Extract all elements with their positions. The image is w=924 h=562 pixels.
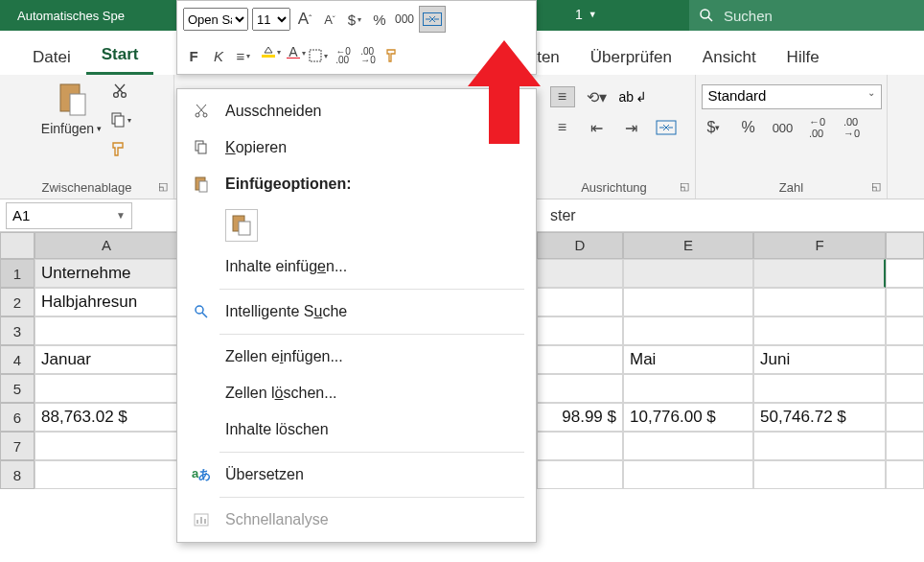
cell[interactable]	[537, 460, 623, 489]
cell[interactable]	[886, 432, 924, 460]
currency-button[interactable]: $▾	[344, 8, 365, 31]
format-painter-button[interactable]	[382, 44, 404, 67]
col-header-f[interactable]: F	[753, 232, 886, 259]
increase-decimal-button[interactable]: ←0.00	[805, 117, 830, 138]
cell[interactable]	[623, 316, 753, 345]
cm-paste-special[interactable]: Inhalte einfügen...	[177, 248, 536, 285]
percent-button[interactable]: %	[369, 8, 390, 31]
comma-button[interactable]: 000	[771, 117, 796, 138]
increase-font-button[interactable]: Aˆ	[294, 8, 315, 31]
col-header-a[interactable]: A	[35, 232, 178, 259]
cell[interactable]	[753, 288, 886, 316]
row-header[interactable]: 3	[0, 316, 35, 345]
italic-button[interactable]: K	[208, 44, 229, 67]
cell[interactable]	[886, 259, 924, 288]
cell[interactable]	[886, 403, 924, 432]
cell[interactable]	[537, 345, 623, 374]
cell[interactable]	[753, 374, 886, 403]
cell[interactable]	[753, 259, 886, 288]
cell[interactable]	[886, 288, 924, 316]
cell[interactable]	[623, 432, 753, 460]
copy-button[interactable]: ▾	[107, 109, 132, 130]
select-all-corner[interactable]	[0, 232, 35, 259]
decrease-decimal-button[interactable]: .00→0	[840, 117, 865, 138]
cell[interactable]	[753, 432, 886, 460]
wrap-text-button[interactable]: ab↲	[619, 86, 648, 107]
number-format-select[interactable]: Standard ⌄	[702, 84, 882, 109]
borders-button[interactable]: ▾	[308, 44, 329, 67]
cell[interactable]	[537, 374, 623, 403]
row-header[interactable]: 7	[0, 432, 35, 460]
name-box[interactable]: A1 ▼	[6, 202, 132, 229]
cell[interactable]: 98.99 $	[537, 403, 623, 432]
font-size-select[interactable]: 11	[252, 8, 290, 31]
cell[interactable]	[537, 432, 623, 460]
cm-translate[interactable]: aあ Übersetzen	[177, 457, 536, 493]
cm-paste-option-default[interactable]	[177, 202, 536, 248]
font-color-button[interactable]: A▾	[283, 44, 304, 67]
cell[interactable]: 50,746.72 $	[753, 403, 886, 432]
cell[interactable]	[623, 288, 753, 316]
cell[interactable]	[886, 345, 924, 374]
merge-cells-button[interactable]	[419, 6, 446, 33]
comma-button[interactable]: 000	[394, 8, 415, 31]
percent-button[interactable]: %	[736, 117, 761, 138]
cell[interactable]: Halbjahresun	[35, 288, 178, 316]
cell[interactable]: Mai	[623, 345, 753, 374]
cut-button[interactable]	[107, 81, 132, 102]
tab-file[interactable]: Datei	[17, 38, 86, 75]
align-button[interactable]: ≡▾	[233, 44, 254, 67]
dialog-launcher-icon[interactable]: ◱	[158, 180, 168, 193]
font-name-select[interactable]: Open Sa	[183, 8, 248, 31]
tab-help[interactable]: Hilfe	[772, 38, 835, 75]
cell[interactable]: Juni	[753, 345, 886, 374]
tab-view[interactable]: Ansicht	[687, 38, 772, 75]
cell[interactable]	[886, 460, 924, 489]
cm-smart-lookup[interactable]: Intelligente Suche	[177, 293, 536, 330]
col-header-d[interactable]: D	[537, 232, 623, 259]
row-header[interactable]: 2	[0, 288, 35, 316]
cell[interactable]	[537, 316, 623, 345]
cell[interactable]: Unternehme	[35, 259, 178, 288]
cell[interactable]	[35, 432, 178, 460]
col-header-g[interactable]	[886, 232, 924, 259]
tab-review[interactable]: Überprüfen	[575, 38, 687, 75]
row-header[interactable]: 1	[0, 259, 35, 288]
tab-home[interactable]: Start	[86, 35, 154, 75]
increase-indent-button[interactable]: ⇥	[619, 117, 644, 138]
increase-decimal-button[interactable]: ←0.00	[333, 44, 354, 67]
dialog-launcher-icon[interactable]: ◱	[871, 180, 881, 193]
currency-button[interactable]: $ ▾	[702, 117, 727, 138]
cm-delete-cells[interactable]: Zellen löschen...	[177, 375, 536, 411]
cell[interactable]	[886, 316, 924, 345]
cell[interactable]	[886, 374, 924, 403]
row-header[interactable]: 6	[0, 403, 35, 432]
cell[interactable]: Januar	[35, 345, 178, 374]
cell[interactable]	[623, 259, 753, 288]
decrease-decimal-button[interactable]: .00→0	[358, 44, 379, 67]
cell[interactable]: 10,776.00 $	[623, 403, 753, 432]
col-header-e[interactable]: E	[623, 232, 753, 259]
cell[interactable]	[537, 259, 623, 288]
workbook-indicator[interactable]: 1 ▼	[575, 7, 597, 22]
cm-clear-contents[interactable]: Inhalte löschen	[177, 411, 536, 448]
cell[interactable]	[753, 316, 886, 345]
align-middle-button[interactable]: ≡	[550, 86, 575, 107]
cell[interactable]	[537, 288, 623, 316]
search-box[interactable]: Suchen	[689, 0, 924, 31]
fill-color-button[interactable]: ▾	[258, 44, 279, 67]
cell[interactable]	[623, 374, 753, 403]
row-header[interactable]: 4	[0, 345, 35, 374]
format-painter-button[interactable]	[107, 138, 132, 159]
merge-button[interactable]	[654, 117, 679, 138]
cell[interactable]	[35, 316, 178, 345]
decrease-font-button[interactable]: Aˇ	[319, 8, 340, 31]
bold-button[interactable]: F	[183, 44, 204, 67]
row-header[interactable]: 8	[0, 460, 35, 489]
dialog-launcher-icon[interactable]: ◱	[680, 180, 689, 193]
orientation-button[interactable]: ⟲▾	[585, 86, 610, 107]
decrease-indent-button[interactable]: ⇤	[585, 117, 610, 138]
cell[interactable]	[753, 460, 886, 489]
cell[interactable]	[623, 460, 753, 489]
cell[interactable]: 88,763.02 $	[35, 403, 178, 432]
